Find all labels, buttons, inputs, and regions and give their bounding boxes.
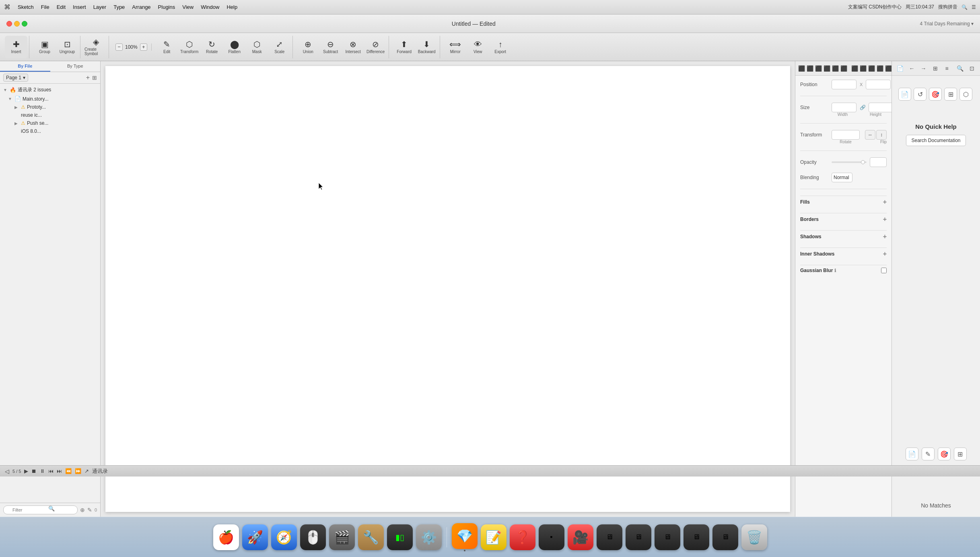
edit-layer-icon[interactable]: ✎	[87, 507, 92, 513]
dock-item-sketch[interactable]: 💎	[452, 523, 478, 551]
tree-item-reuse[interactable]: reuse ic...	[0, 111, 100, 119]
flip-vertical-button[interactable]: ↕	[876, 130, 887, 140]
dock-item-screen3[interactable]: 🖥	[655, 524, 680, 550]
status-prev-frame-button[interactable]: ⏮	[48, 468, 54, 474]
dock-item-tools[interactable]: 🔧	[358, 524, 384, 550]
status-route-button[interactable]: ↗	[84, 468, 89, 474]
scale-button[interactable]: ⤢ Scale	[268, 36, 291, 58]
inner-shadows-add-button[interactable]: +	[883, 250, 887, 258]
gaussian-blur-checkbox[interactable]	[881, 268, 887, 273]
doc-nav-layout-button[interactable]: ⊞	[930, 63, 940, 74]
dock-item-app-red[interactable]: ❓	[510, 524, 535, 550]
backward-button[interactable]: ⬇ Backward	[416, 36, 438, 58]
height-input[interactable]	[869, 103, 891, 112]
menu-window[interactable]: Window	[201, 4, 219, 10]
rotate-input[interactable]	[832, 130, 860, 140]
dock-item-mouse[interactable]: 🖱️	[300, 524, 326, 550]
close-button[interactable]	[6, 21, 12, 27]
doc-nav-file-icon[interactable]: 📄	[895, 63, 905, 74]
doc-icon-nav-button[interactable]: ⬡	[959, 88, 972, 101]
status-stop-button[interactable]: ⏹	[31, 468, 37, 474]
x-input[interactable]	[832, 80, 856, 89]
menu-view[interactable]: View	[182, 4, 194, 10]
forward-button[interactable]: ⬆ Forward	[393, 36, 416, 58]
mirror-button[interactable]: ⟺ Mirror	[444, 36, 467, 58]
view-button[interactable]: 👁 View	[467, 36, 489, 58]
align-left-button[interactable]: ⬛	[798, 63, 805, 74]
apple-menu[interactable]: ⌘	[4, 3, 10, 11]
distribute-v-button[interactable]: ⬛	[859, 63, 867, 74]
fills-section[interactable]: Fills +	[800, 196, 887, 207]
inner-shadows-section[interactable]: Inner Shadows +	[800, 248, 887, 259]
align-extra3-button[interactable]: ⬛	[885, 63, 891, 74]
status-start-button[interactable]: ⏪	[65, 468, 72, 474]
distribute-h-button[interactable]: ⬛	[851, 63, 859, 74]
maximize-button[interactable]	[22, 21, 27, 27]
doc-icon-file-button[interactable]: 📄	[898, 88, 911, 101]
add-layer-icon[interactable]: ⊕	[80, 507, 85, 513]
fills-add-button[interactable]: +	[883, 198, 887, 206]
dock-item-screen2[interactable]: 🖥	[626, 524, 651, 550]
tree-item-push[interactable]: ▶ ⚠ Push se...	[0, 119, 100, 127]
transform-button[interactable]: ⬡ Transform	[178, 36, 201, 58]
rotate-button[interactable]: ↻ Rotate	[201, 36, 223, 58]
menu-insert[interactable]: Insert	[73, 4, 86, 10]
align-extra1-button[interactable]: ⬛	[868, 63, 875, 74]
dock-item-video[interactable]: 🎥	[568, 524, 593, 550]
difference-button[interactable]: ⊘ Difference	[364, 36, 387, 58]
menu-plugins[interactable]: Plugins	[158, 4, 175, 10]
doc-nav-back-button[interactable]: ←	[907, 63, 917, 74]
doc-nav-list-button[interactable]: ≡	[942, 63, 952, 74]
page-selector[interactable]: Page 1 ▾	[3, 74, 28, 82]
doc-nav-zoom-in-button[interactable]: 🔍	[955, 63, 965, 74]
doc-nav-forward-button[interactable]: →	[918, 63, 929, 74]
export-button[interactable]: ↑ Export	[489, 36, 512, 58]
doc-nav-extra-button[interactable]: ⊡	[967, 63, 977, 74]
canvas-area[interactable]	[101, 61, 795, 517]
width-input[interactable]	[832, 103, 856, 112]
intersect-button[interactable]: ⊗ Intersect	[342, 36, 364, 58]
lock-aspect-icon[interactable]: 🔗	[860, 105, 865, 110]
align-bottom-button[interactable]: ⬛	[840, 63, 848, 74]
menu-help[interactable]: Help	[226, 4, 237, 10]
doc-bottom-target2-button[interactable]: 🎯	[938, 448, 951, 460]
add-page-button[interactable]: +	[86, 74, 90, 81]
dock-item-finder[interactable]: 🍎	[213, 524, 239, 550]
menu-file[interactable]: File	[41, 4, 49, 10]
search-documentation-button[interactable]: Search Documentation	[906, 135, 966, 146]
dock-item-notes[interactable]: 📝	[481, 524, 506, 550]
dock-item-screen4[interactable]: 🖥	[684, 524, 709, 550]
spotlight-icon[interactable]: 🔍	[961, 4, 968, 10]
opacity-slider[interactable]	[832, 161, 867, 163]
doc-icon-sync-button[interactable]: ↺	[914, 88, 926, 101]
status-play-button[interactable]: ▶	[24, 468, 28, 474]
doc-bottom-file-button[interactable]: 📄	[906, 448, 918, 460]
dock-item-screen1[interactable]: 🖥	[597, 524, 622, 550]
align-extra2-button[interactable]: ⬛	[876, 63, 884, 74]
flip-horizontal-button[interactable]: ↔	[865, 130, 875, 140]
doc-bottom-edit-button[interactable]: ✎	[922, 448, 935, 460]
dock-item-launchpad[interactable]: 🚀	[242, 524, 268, 550]
trial-info[interactable]: 4 Trial Days Remaining ▾	[920, 21, 974, 27]
status-end-button[interactable]: ⏩	[75, 468, 81, 474]
shadows-add-button[interactable]: +	[883, 233, 887, 240]
notification-icon[interactable]: ☰	[972, 4, 976, 10]
shadows-section[interactable]: Shadows +	[800, 230, 887, 242]
edit-button[interactable]: ✎ Edit	[156, 36, 178, 58]
group-button[interactable]: ▣ Group	[33, 36, 56, 58]
zoom-in-button[interactable]: +	[140, 43, 147, 51]
dock-item-movie[interactable]: 🎬	[329, 524, 355, 550]
dock-item-prefs[interactable]: ⚙️	[416, 524, 442, 550]
minimize-button[interactable]	[14, 21, 20, 27]
dock-item-screen5[interactable]: 🖥	[712, 524, 738, 550]
tree-item-proto[interactable]: ▶ ⚠ Prototy...	[0, 103, 100, 111]
tree-item-mainstory[interactable]: ▼ 📄 Main.story...	[0, 95, 100, 103]
page-grid-view-button[interactable]: ⊞	[92, 74, 97, 81]
flatten-button[interactable]: ⬤ Flatten	[223, 36, 246, 58]
insert-button[interactable]: ✚ Insert	[5, 36, 27, 58]
dock-item-trash[interactable]: 🗑️	[741, 524, 767, 550]
status-pause-button[interactable]: ⏸	[40, 468, 45, 474]
mask-button[interactable]: ⬡ Mask	[246, 36, 268, 58]
doc-bottom-grid2-button[interactable]: ⊞	[954, 448, 967, 460]
status-back-button[interactable]: ◁	[5, 468, 9, 474]
